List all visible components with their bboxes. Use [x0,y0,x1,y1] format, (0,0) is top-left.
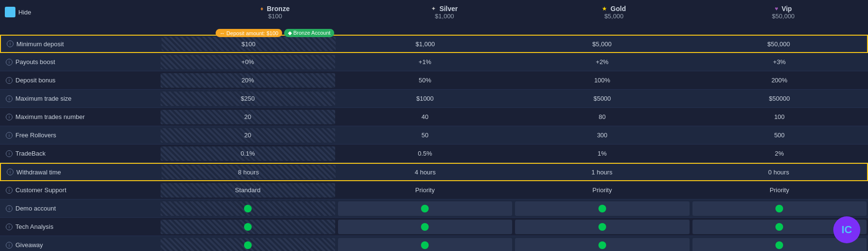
cell-wrapper [337,236,514,251]
row-label-text: Withdrawal time [16,169,61,176]
cell-bg: 1 hours [515,165,689,179]
info-icon[interactable]: i [6,59,13,66]
row-label: iMaximum trade size [0,95,159,102]
row-label: iDemo account [0,205,159,212]
row-label: iWithdrawal time [1,169,160,176]
cell-bg: $1,000 [339,37,513,51]
info-icon[interactable]: i [6,114,13,120]
cell-bg: 0.1% [161,146,335,161]
cell-wrapper: Priority [337,181,514,199]
table-row: iWithdrawal time8 hours4 hours1 hours0 h… [0,163,868,181]
hide-button[interactable]: Hide [5,7,31,17]
cell-wrapper: 50% [337,71,514,90]
cell-bg: 0 hours [692,165,866,179]
vip-tier-amount: $50,000 [772,13,795,20]
bronze-tier-name: Bronze [267,5,289,13]
cell-bg: $100 [162,37,336,51]
cell-bg: 20 [161,128,335,143]
cell-bg: 50% [338,73,513,88]
info-icon[interactable]: i [6,95,13,102]
hide-square-icon [5,7,15,17]
cell-text: 50 [421,132,428,139]
cell-text: 0.5% [418,150,432,157]
cell-text: 300 [597,132,608,139]
cell-bg: 80 [515,110,690,124]
info-icon[interactable]: i [6,187,13,194]
cell-bg: 50 [338,128,513,143]
cell-bg [692,201,867,216]
row-label-text: Free Rollovers [15,132,56,139]
cell-bg: +0% [161,55,335,69]
info-icon[interactable]: i [6,224,13,230]
cell-text: 1% [597,150,607,157]
cell-text: +1% [419,58,431,66]
cell-wrapper: 100 [691,108,868,126]
cell-text: $5000 [594,95,611,102]
cell-bg [161,238,335,251]
vip-logo[interactable]: IC [833,216,860,243]
info-icon[interactable]: i [7,40,14,47]
cell-wrapper [159,199,337,218]
cell-bg [338,201,513,216]
info-icon[interactable]: i [7,169,14,175]
cell-text: 0.1% [241,150,255,157]
check-dot [775,241,783,249]
row-label-text: Customer Support [15,186,67,194]
cell-text: +3% [773,58,786,66]
cell-wrapper: 0.5% [337,145,514,163]
tooltip-badge: ↔ Deposit amount: $100 [216,29,283,37]
info-icon[interactable]: i [6,205,13,212]
row-label: iCustomer Support [0,186,159,194]
row-label-text: TradeBack [15,150,45,157]
row-cells [159,236,868,251]
table-row: iMinimum deposit$100$1,000$5,000$50,000 [0,35,868,53]
cell-bg: 500 [692,128,867,143]
vip-tier-name: Vip [782,5,792,13]
cell-text: +2% [596,58,609,66]
cell-bg: +2% [515,55,690,69]
cell-wrapper: 4 hours [337,163,514,181]
cell-bg: Standard [161,183,335,198]
cell-wrapper: 20 [159,108,337,126]
cell-text: $50,000 [767,40,790,48]
table-row: iMaximum trade size$250$1000$5000$50000 [0,90,868,108]
check-dot [775,205,783,212]
check-dot [598,205,606,212]
check-dot [598,223,606,231]
cell-bg: $1000 [338,92,513,106]
columns-header: ♦Bronze$100↔ Deposit amount: $100◆ Bronz… [190,4,868,20]
cell-bg: 8 hours [162,165,336,179]
cell-bg: $50,000 [692,37,866,51]
row-label-text: Payouts boost [15,58,55,66]
cell-text: 500 [774,132,785,139]
cell-bg: $5000 [515,92,690,106]
row-cells: $100$1,000$5,000$50,000 [160,35,867,53]
cell-bg: $50000 [692,92,867,106]
table-row: iPayouts boost+0%+1%+2%+3% [0,53,868,71]
check-dot [598,241,606,249]
row-cells: 204080100 [159,108,868,126]
check-dot [421,223,429,231]
check-dot [244,241,252,249]
cell-bg [515,220,690,234]
info-icon[interactable]: i [6,77,13,84]
cell-wrapper: $250 [159,90,337,108]
cell-text: $1,000 [416,40,435,48]
cell-wrapper: 0 hours [691,163,868,181]
info-icon[interactable]: i [6,150,13,157]
info-icon[interactable]: i [6,242,13,249]
gold-tier-icon: ★ [602,5,607,12]
cell-wrapper: $1,000 [337,35,514,53]
check-dot [421,241,429,249]
cell-text: 1 hours [592,169,612,176]
row-cells [159,218,868,236]
cell-wrapper: Priority [691,181,868,199]
cell-text: 20 [244,132,251,139]
info-icon[interactable]: i [6,132,13,139]
cell-bg: $5,000 [515,37,689,51]
table-row: iTech Analysis [0,218,868,236]
row-label: iGiveaway [0,241,159,249]
cell-text: 200% [772,77,787,84]
cell-text: 100 [774,113,785,120]
check-dot [244,205,252,212]
